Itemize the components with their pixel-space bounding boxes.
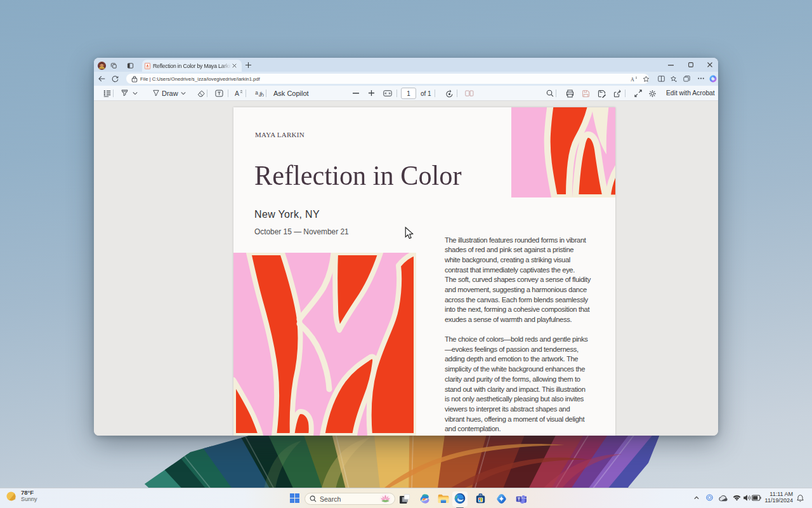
svg-text:あ: あ — [259, 91, 264, 97]
svg-text:A: A — [631, 76, 634, 82]
svg-text:a: a — [255, 90, 258, 96]
svg-text:A: A — [235, 90, 239, 97]
